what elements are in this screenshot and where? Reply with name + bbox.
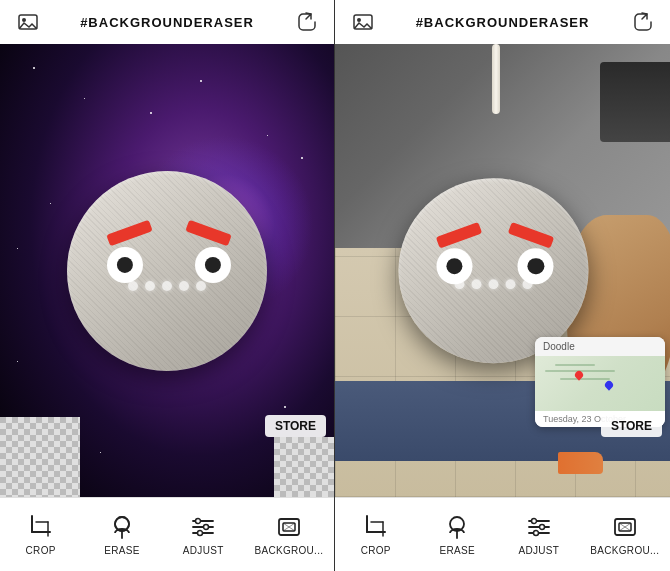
background-label-left: BACKGROU... (254, 545, 323, 556)
adjust-label-left: ADJUST (183, 545, 224, 556)
erase-tool-left[interactable]: ERASE (92, 513, 152, 556)
canvas-right[interactable]: Doodle Tuesday, 23 October STORE (335, 44, 670, 497)
crop-label-left: CROP (26, 545, 56, 556)
svg-point-1 (22, 18, 26, 22)
adjust-icon-right (525, 513, 553, 541)
right-eye (195, 247, 231, 283)
crop-icon-right (362, 513, 390, 541)
left-eye (107, 247, 143, 283)
header-right: #BACKGROUNDERASER (335, 0, 670, 44)
svg-point-14 (198, 531, 203, 536)
background-icon-left (275, 513, 303, 541)
app-title-right: #BACKGROUNDERASER (416, 15, 590, 30)
store-button-left[interactable]: STORE (265, 415, 326, 437)
background-tool-right[interactable]: BACKGROU... (590, 513, 659, 556)
share-icon-right[interactable] (628, 8, 656, 36)
erase-label-right: ERASE (440, 545, 475, 556)
app-title-left: #BACKGROUNDERASER (80, 15, 254, 30)
svg-point-20 (357, 18, 361, 22)
transparency-indicator-bl (0, 417, 80, 497)
svg-point-30 (531, 519, 536, 524)
erase-icon-right (443, 513, 471, 541)
background-icon-right (611, 513, 639, 541)
image-icon-right[interactable] (349, 8, 377, 36)
svg-point-12 (196, 519, 201, 524)
device-left (67, 171, 267, 371)
toolbar-right: CROP ERASE (335, 497, 670, 571)
right-panel: #BACKGROUNDERASER (335, 0, 670, 571)
erase-tool-right[interactable]: ERASE (427, 513, 487, 556)
crop-label-right: CROP (361, 545, 391, 556)
map-tooltip[interactable]: Doodle Tuesday, 23 October (535, 337, 665, 427)
header-left: #BACKGROUNDERASER (0, 0, 334, 44)
adjust-icon-left (189, 513, 217, 541)
led-strip (128, 281, 206, 291)
background-tool-left[interactable]: BACKGROU... (254, 513, 323, 556)
share-icon-left[interactable] (292, 8, 320, 36)
adjust-tool-right[interactable]: ADJUST (509, 513, 569, 556)
left-panel: #BACKGROUNDERASER (0, 0, 335, 571)
store-button-right[interactable]: STORE (601, 415, 662, 437)
adjust-label-right: ADJUST (518, 545, 559, 556)
map-tooltip-title: Doodle (535, 337, 665, 356)
canvas-left[interactable]: STORE (0, 44, 334, 497)
svg-point-31 (539, 525, 544, 530)
image-icon-left[interactable] (14, 8, 42, 36)
sneaker (558, 452, 603, 474)
map-content (535, 356, 665, 411)
svg-point-13 (204, 525, 209, 530)
svg-point-32 (533, 531, 538, 536)
toolbar-left: CROP ERASE (0, 497, 334, 571)
crop-icon-left (27, 513, 55, 541)
chair-arm (600, 62, 670, 142)
right-device-leds (454, 280, 532, 290)
erase-icon-left (108, 513, 136, 541)
crop-tool-left[interactable]: CROP (11, 513, 71, 556)
adjust-tool-left[interactable]: ADJUST (173, 513, 233, 556)
transparency-indicator-br (274, 437, 334, 497)
background-label-right: BACKGROU... (590, 545, 659, 556)
crop-tool-right[interactable]: CROP (346, 513, 406, 556)
erase-label-left: ERASE (104, 545, 139, 556)
device-right (398, 178, 588, 363)
usb-cable (492, 44, 500, 114)
